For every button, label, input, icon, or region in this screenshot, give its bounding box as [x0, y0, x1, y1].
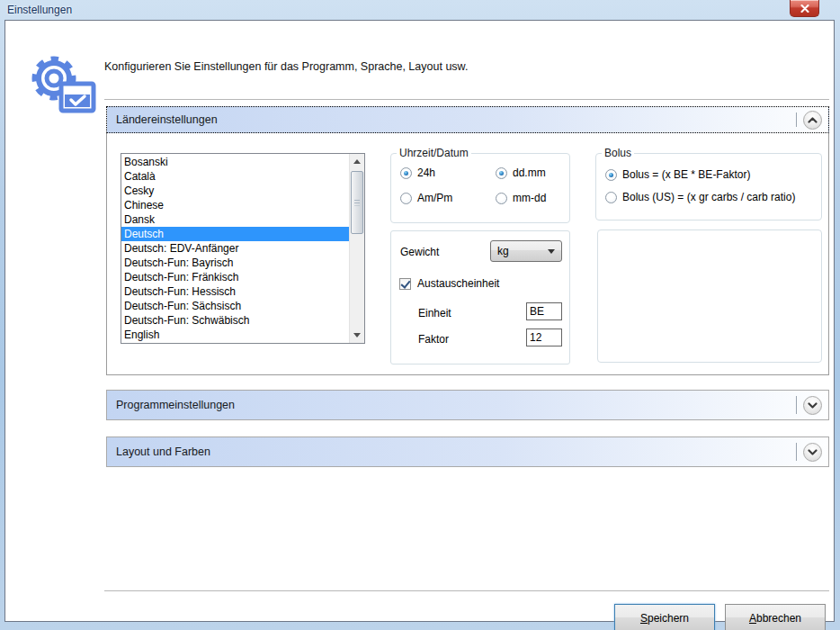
language-item[interactable]: Deutsch-Fun: Schwäbisch — [121, 313, 349, 328]
radio-icon[interactable] — [605, 192, 617, 203]
radio-option-24h[interactable]: 24h — [400, 166, 496, 179]
language-item[interactable]: Deutsch-Fun: Hessisch — [121, 284, 349, 299]
language-item[interactable]: Deutsch-Fun: Fränkisch — [121, 270, 349, 284]
gewicht-label: Gewicht — [400, 246, 439, 258]
settings-window: Einstellungen Konfigurieren Sie Einstell… — [0, 0, 840, 630]
chevron-up-icon — [808, 117, 818, 123]
section-header-programmeinstellungen[interactable]: Programmeinstellungen — [106, 390, 829, 420]
header-separator — [104, 99, 829, 100]
language-item[interactable]: Deutsch — [121, 227, 349, 241]
weight-unit-value: kg — [497, 245, 509, 257]
header-divider — [796, 443, 797, 460]
einheit-input[interactable] — [526, 302, 562, 320]
language-item[interactable]: Català — [121, 169, 349, 184]
expand-section-button[interactable] — [803, 443, 822, 462]
radio-option-ddmm[interactable]: dd.mm — [496, 166, 569, 179]
scroll-down-button[interactable] — [350, 328, 364, 343]
group-bolus: Bolus Bolus = (x BE * BE-Faktor) Bolus (… — [595, 147, 822, 220]
einheit-label: Einheit — [418, 307, 451, 320]
radio-option-mmdd[interactable]: mm-dd — [496, 192, 569, 204]
titlebar[interactable]: Einstellungen — [0, 0, 840, 20]
arrow-up-icon — [353, 159, 361, 164]
window-title: Einstellungen — [7, 4, 72, 16]
austauscheinheit-label: Austauscheinheit — [417, 277, 499, 290]
chevron-down-icon — [808, 402, 818, 409]
dialog-content: Konfigurieren Sie Einstellungen für das … — [4, 20, 835, 622]
section-header-laendereinstellungen[interactable]: Ländereinstellungen — [106, 106, 829, 133]
language-items: BosanskiCatalàCeskyChineseDanskDeutschDe… — [121, 154, 349, 343]
header-divider — [796, 112, 797, 128]
dropdown-arrow-icon — [548, 249, 555, 254]
radio-icon[interactable] — [496, 193, 507, 204]
language-item[interactable]: Deutsch-Fun: Bayrisch — [121, 256, 349, 270]
footer-separator — [104, 590, 829, 591]
radio-icon[interactable] — [605, 169, 617, 181]
group-title: Uhrzeit/Datum — [397, 147, 471, 159]
section-title: Programmeinstellungen — [116, 399, 235, 411]
language-item[interactable]: Bosanski — [121, 155, 349, 169]
expand-section-button[interactable] — [803, 396, 822, 415]
language-item[interactable]: Deutsch: EDV-Anfänger — [121, 241, 349, 256]
header-divider — [796, 396, 797, 413]
close-button[interactable] — [790, 0, 819, 17]
radio-option-bolus-be[interactable]: Bolus = (x BE * BE-Faktor) — [605, 168, 821, 181]
austauscheinheit-checkbox[interactable] — [399, 278, 411, 290]
radio-icon[interactable] — [400, 193, 412, 204]
language-item[interactable]: Deutsch-Fun: Sächsisch — [121, 299, 349, 313]
close-icon — [800, 4, 809, 13]
arrow-down-icon — [353, 333, 361, 338]
listbox-scrollbar[interactable] — [349, 154, 364, 343]
language-item[interactable]: Chinese — [121, 198, 349, 212]
radio-icon[interactable] — [496, 167, 507, 179]
faktor-label: Faktor — [418, 333, 449, 346]
cancel-button[interactable]: Abbrechen — [725, 604, 826, 630]
scrollbar-thumb[interactable] — [351, 171, 363, 234]
save-button[interactable]: Speichern — [614, 604, 715, 630]
group-title: Bolus — [602, 147, 634, 159]
faktor-input[interactable] — [526, 328, 562, 346]
section-title: Layout und Farben — [116, 446, 210, 458]
language-listbox[interactable]: BosanskiCatalàCeskyChineseDanskDeutschDe… — [121, 153, 365, 344]
chevron-down-icon — [808, 449, 818, 455]
language-item[interactable]: Cesky — [121, 184, 349, 198]
bolus-detail-panel — [597, 230, 822, 363]
section-title: Ländereinstellungen — [116, 113, 218, 126]
radio-option-bolus-us[interactable]: Bolus (US) = (x gr carbs / carb ratio) — [605, 191, 821, 203]
thumb-grip-icon — [354, 200, 360, 206]
collapse-section-button[interactable] — [803, 111, 822, 130]
weight-unit-dropdown[interactable]: kg — [490, 240, 562, 262]
group-uhrzeit-datum: Uhrzeit/Datum 24h dd.mm Am/Pm mm-dd — [390, 147, 570, 223]
language-item[interactable]: English — [121, 328, 349, 342]
group-gewicht: Gewicht kg Austauscheinheit Einheit Fakt… — [390, 230, 570, 364]
radio-option-ampm[interactable]: Am/Pm — [400, 192, 496, 204]
section-header-layout-und-farben[interactable]: Layout und Farben — [106, 436, 829, 467]
language-item[interactable]: Dansk — [121, 212, 349, 227]
scroll-up-button[interactable] — [350, 154, 364, 169]
settings-gear-icon — [23, 50, 101, 120]
radio-icon[interactable] — [400, 167, 412, 179]
dialog-description: Konfigurieren Sie Einstellungen für das … — [104, 60, 468, 73]
austauscheinheit-row[interactable]: Austauscheinheit — [399, 277, 499, 290]
